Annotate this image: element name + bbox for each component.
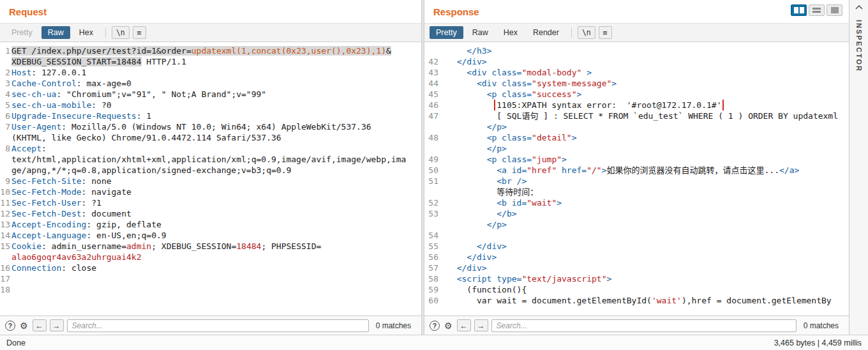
line-number: 4 [0, 89, 10, 100]
code-line[interactable]: 58 <script type="text/javascript"> [424, 273, 849, 284]
tab-render[interactable]: Render [527, 26, 565, 39]
code-line[interactable]: 50 <a id="href" href="/">如果你的浏览器没有自动跳转，请… [424, 165, 849, 176]
columns-icon [794, 7, 798, 13]
line-number: 52 [424, 197, 438, 208]
code-line[interactable]: 8Accept: [0, 143, 421, 154]
line-number: 58 [424, 273, 438, 284]
line-number: 45 [424, 89, 438, 100]
code-line[interactable]: 44 <div class="system-message"> [424, 78, 849, 89]
code-line[interactable]: 1GET /index.php/user/test?id=1&order=upd… [0, 45, 421, 56]
burp-repeater-window: Request PrettyRawHex \n ≡ 1GET /index.ph… [0, 0, 868, 350]
code-line[interactable]: 46 1105:XPATH syntax error: '#root@172.1… [424, 100, 849, 110]
code-line[interactable]: 10Sec-Fetch-Mode: navigate [0, 186, 421, 197]
status-bar: Done 3,465 bytes | 4,459 millis [0, 335, 868, 350]
request-editor[interactable]: 1GET /index.php/user/test?id=1&order=upd… [0, 42, 421, 316]
code-line[interactable]: 60 var wait = document.getElementById('w… [424, 295, 849, 306]
code-line[interactable]: ge/apng,*/*;q=0.8,application/signed-exc… [0, 165, 421, 176]
prev-match-button[interactable]: ← [33, 319, 47, 331]
code-line[interactable]: 9Sec-Fetch-Site: none [0, 176, 421, 186]
code-line[interactable]: 14Accept-Language: en-US,en;q=0.9 [0, 230, 421, 241]
editor-menu-button[interactable]: ≡ [599, 26, 612, 39]
code-line[interactable]: 13Accept-Encoding: gzip, deflate [0, 219, 421, 230]
tab-pretty[interactable]: Pretty [5, 26, 39, 39]
code-line[interactable]: 51 <br /> [424, 176, 849, 186]
code-line[interactable]: 48 <p class="detail"> [424, 132, 849, 143]
match-count: 0 matches [376, 321, 411, 330]
layout-rows-button[interactable] [809, 4, 825, 16]
code-line[interactable]: (KHTML, like Gecko) Chrome/91.0.4472.114… [0, 132, 421, 143]
code-line[interactable]: </h3> [424, 45, 849, 56]
code-line[interactable]: 45 <p class="success"> [424, 89, 849, 100]
code-line[interactable]: 17 [0, 273, 421, 284]
tab-hex[interactable]: Hex [497, 26, 524, 39]
code-line[interactable]: alao6goqr4av63a2uhrguai4k2 [0, 252, 421, 262]
code-line[interactable]: 2Host: 127.0.0.1 [0, 67, 421, 78]
code-line[interactable]: 5sec-ch-ua-mobile: ?0 [0, 100, 421, 110]
help-button[interactable]: ? [5, 321, 15, 331]
line-number: 14 [0, 230, 10, 241]
code-line[interactable]: 43 <div class="modal-body" > [424, 67, 849, 78]
layout-columns-button[interactable] [791, 4, 807, 16]
code-line[interactable]: 57 </div> [424, 262, 849, 273]
tab-pretty[interactable]: Pretty [430, 26, 463, 39]
line-number: 7 [0, 121, 10, 132]
line-number: 1 [0, 45, 10, 56]
code-line[interactable]: 6Upgrade-Insecure-Requests: 1 [0, 110, 421, 121]
code-line[interactable]: 15Cookie: admin_username=admin; XDEBUG_S… [0, 241, 421, 252]
code-line[interactable]: 16Connection: close [0, 262, 421, 273]
line-number: 53 [424, 208, 438, 219]
next-match-button[interactable]: → [474, 319, 488, 331]
question-icon: ? [8, 322, 12, 330]
code-line[interactable]: 54 [424, 230, 849, 241]
code-line[interactable]: 12Sec-Fetch-Dest: document [0, 208, 421, 219]
code-line[interactable]: 59 (function(){ [424, 284, 849, 295]
question-icon: ? [433, 322, 437, 330]
code-line[interactable]: 4sec-ch-ua: "Chromium";v="91", " Not;A B… [0, 89, 421, 100]
line-number [0, 132, 10, 143]
code-line[interactable]: text/html,application/xhtml+xml,applicat… [0, 154, 421, 165]
inspector-sidebar[interactable]: INSPECTOR [849, 0, 868, 335]
code-line[interactable]: </p> [424, 121, 849, 132]
response-editor[interactable]: </h3>42 </div>43 <div class="modal-body"… [424, 42, 849, 316]
code-line[interactable]: 42 </div> [424, 56, 849, 67]
code-line[interactable]: 11Sec-Fetch-User: ?1 [0, 197, 421, 208]
line-number: 56 [424, 252, 438, 262]
next-match-button[interactable]: → [50, 319, 64, 331]
code-line[interactable]: 3Cache-Control: max-age=0 [0, 78, 421, 89]
help-button[interactable]: ? [430, 321, 440, 331]
layout-single-button[interactable] [827, 4, 842, 16]
code-line[interactable]: 等待时间： [424, 186, 849, 197]
response-panel-title: Response [433, 6, 479, 17]
line-number: 6 [0, 110, 10, 121]
search-input[interactable] [491, 319, 797, 332]
code-line[interactable]: 56 </div> [424, 252, 849, 262]
tab-hex[interactable]: Hex [73, 26, 100, 39]
code-line[interactable]: 7User-Agent: Mozilla/5.0 (Windows NT 10.… [0, 121, 421, 132]
code-line[interactable]: XDEBUG_SESSION_START=18484 HTTP/1.1 [0, 56, 421, 67]
gear-icon: ⚙ [444, 321, 453, 331]
code-line[interactable]: 53 </b> [424, 208, 849, 219]
code-line[interactable]: 55 </div> [424, 241, 849, 252]
code-line[interactable]: </p> [424, 219, 849, 230]
newline-toggle-button[interactable]: \n [578, 26, 595, 39]
line-number: 18 [0, 284, 10, 295]
settings-button[interactable]: ⚙ [19, 321, 29, 330]
settings-button[interactable]: ⚙ [443, 321, 454, 330]
code-line[interactable]: 47 [ SQL语句 ] : SELECT * FROM `edu_test` … [424, 110, 849, 121]
editor-menu-button[interactable]: ≡ [133, 26, 146, 39]
code-line[interactable]: 49 <p class="jump"> [424, 154, 849, 165]
code-line[interactable]: </p> [424, 143, 849, 154]
request-tabs: PrettyRawHex [5, 26, 100, 39]
line-number: 54 [424, 230, 438, 241]
layout-buttons [791, 4, 842, 16]
code-line[interactable]: 18 [0, 284, 421, 295]
line-number: 57 [424, 262, 438, 273]
newline-toggle-button[interactable]: \n [112, 26, 130, 39]
single-pane-icon [831, 7, 839, 13]
code-line[interactable]: 52 <b id="wait"> [424, 197, 849, 208]
prev-match-button[interactable]: ← [457, 319, 471, 331]
search-input[interactable] [67, 319, 369, 332]
tab-separator [105, 27, 106, 38]
tab-raw[interactable]: Raw [466, 26, 495, 39]
tab-raw[interactable]: Raw [41, 26, 70, 39]
